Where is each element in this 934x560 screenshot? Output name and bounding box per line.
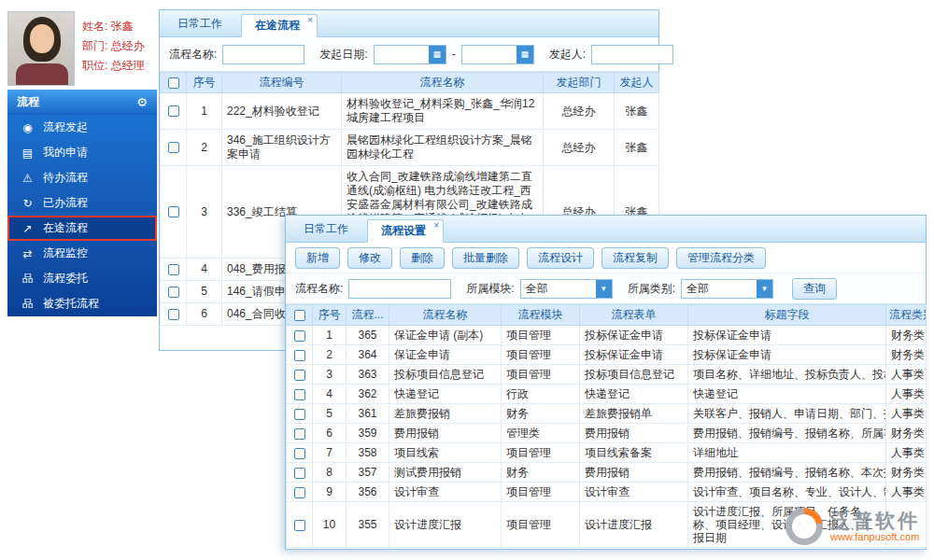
cell-module: 行政 bbox=[502, 385, 580, 404]
row-checkbox-cell bbox=[287, 502, 313, 548]
add-button[interactable]: 新增 bbox=[295, 247, 340, 269]
cell-name: 材料验收登记_材料采购_张鑫_华润12城房建工程项目 bbox=[342, 93, 544, 130]
table-row[interactable]: 2364保证金申请项目管理投标保证金申请投标保证金申请财务类 bbox=[287, 345, 927, 365]
row-checkbox[interactable] bbox=[168, 206, 179, 217]
column-header: 标题字段 bbox=[688, 305, 886, 326]
cell-module: 项目管理 bbox=[502, 345, 580, 365]
sidebar-item-delegated-flows[interactable]: 品被委托流程 bbox=[7, 291, 157, 316]
row-checkbox[interactable] bbox=[168, 287, 179, 298]
query-button[interactable]: 查询 bbox=[792, 278, 837, 300]
cell-category: 人事类 bbox=[886, 483, 927, 502]
cell-code: 359 bbox=[347, 424, 389, 443]
cell-form: 费用报销 bbox=[580, 463, 688, 483]
cell-name: 快递登记 bbox=[389, 385, 502, 404]
flow-design-button[interactable]: 流程设计 bbox=[527, 247, 594, 269]
tab-daily-work[interactable]: 日常工作 bbox=[290, 218, 365, 242]
column-header: 序号 bbox=[313, 305, 347, 326]
flow-copy-button[interactable]: 流程复制 bbox=[601, 247, 669, 269]
table-row[interactable]: 9356设计审查项目管理设计审查设计审查、项目名称、专业、设计人、制单日期人事类 bbox=[287, 483, 927, 502]
row-checkbox-cell bbox=[287, 404, 313, 424]
row-checkbox[interactable] bbox=[294, 487, 305, 498]
calendar-icon[interactable]: ▦ bbox=[517, 46, 533, 63]
cell-name: 设计审查 bbox=[389, 483, 502, 502]
row-checkbox[interactable] bbox=[294, 520, 305, 531]
cell-module: 项目管理 bbox=[502, 326, 580, 345]
close-icon[interactable]: × bbox=[433, 221, 439, 231]
end-date-input[interactable] bbox=[462, 46, 517, 63]
cell-no: 1 bbox=[313, 326, 347, 345]
row-checkbox-cell bbox=[161, 130, 187, 166]
cell-no: 9 bbox=[313, 483, 347, 502]
cell-category: 人事类 bbox=[886, 443, 927, 463]
cell-name: 测试费用报销 bbox=[389, 463, 502, 483]
row-checkbox[interactable] bbox=[294, 428, 305, 440]
table-row[interactable]: 6359费用报销管理类费用报销费用报销、报销编号、报销名称、所属项目财务类 bbox=[287, 424, 927, 443]
row-checkbox[interactable] bbox=[168, 309, 179, 320]
cell-form: 投标保证金申请 bbox=[580, 326, 688, 345]
row-checkbox[interactable] bbox=[168, 142, 179, 153]
category-select[interactable]: 全部 ▼ bbox=[681, 279, 773, 299]
start-date-input[interactable] bbox=[375, 46, 429, 63]
process-name-label: 流程名称: bbox=[295, 281, 343, 297]
fanpu-watermark: 泛普软件 www.fanpusoft.com bbox=[785, 508, 920, 545]
table-row[interactable]: 1365保证金申请 (副本)项目管理投标保证金申请投标保证金申请财务类 bbox=[287, 326, 927, 345]
table-row[interactable]: 4362快递登记行政快递登记快递登记人事类 bbox=[287, 385, 927, 404]
row-checkbox[interactable] bbox=[294, 350, 305, 361]
calendar-icon[interactable]: ▦ bbox=[429, 46, 446, 63]
row-checkbox[interactable] bbox=[294, 370, 305, 381]
cell-code: 363 bbox=[347, 365, 389, 385]
chevron-down-icon[interactable]: ▼ bbox=[757, 280, 772, 298]
cell-module: 项目管理 bbox=[502, 502, 580, 548]
row-checkbox[interactable] bbox=[168, 105, 179, 117]
select-all-checkbox[interactable] bbox=[294, 310, 305, 321]
table-row[interactable]: 5361差旅费报销财务差旅费报销单关联客户、报销人、申请日期、部门、报销合计人事… bbox=[287, 404, 927, 424]
row-checkbox[interactable] bbox=[294, 468, 305, 479]
batch-delete-button[interactable]: 批量删除 bbox=[452, 247, 519, 269]
tab-process-settings[interactable]: 流程设置× bbox=[367, 219, 444, 243]
cell-no: 1 bbox=[187, 93, 222, 130]
cell-category: 人事类 bbox=[886, 365, 927, 385]
row-checkbox[interactable] bbox=[294, 330, 305, 342]
select-all-checkbox[interactable] bbox=[168, 77, 179, 89]
edit-button[interactable]: 修改 bbox=[347, 247, 392, 269]
app-screen: 姓名: 张鑫 部门: 总经办 职位: 总经理 流程 ⚙ ◉流程发起▤我的申请⚠待… bbox=[0, 0, 934, 560]
initiator-input[interactable] bbox=[591, 45, 673, 64]
process-name-input[interactable] bbox=[222, 45, 304, 64]
chevron-down-icon[interactable]: ▼ bbox=[596, 280, 612, 298]
column-header: 发起人 bbox=[615, 73, 659, 93]
tab-daily-work[interactable]: 日常工作 bbox=[164, 13, 239, 36]
sidebar-item-flow-delegate[interactable]: 品流程委托 bbox=[7, 266, 157, 291]
sidebar-item-pending-flows[interactable]: ⚠待办流程 bbox=[7, 165, 157, 190]
sidebar-item-my-applications[interactable]: ▤我的申请 bbox=[7, 140, 157, 165]
sidebar-item-flow-monitor[interactable]: ⇄流程监控 bbox=[7, 241, 157, 266]
sidebar-item-flow-initiate[interactable]: ◉流程发起 bbox=[7, 115, 157, 140]
cell-title_field: 设计审查、项目名称、专业、设计人、制单日期 bbox=[688, 483, 886, 502]
sidebar-item-label: 待办流程 bbox=[43, 170, 88, 186]
close-icon[interactable]: × bbox=[307, 16, 313, 25]
cell-code: 355 bbox=[347, 502, 389, 548]
sidebar-item-in-transit-flows[interactable]: ↗在途流程 bbox=[7, 216, 157, 241]
table-row[interactable]: 2346_施工组织设计方案申请晨铭园林绿化工程组织设计方案_晨铭园林绿化工程总经… bbox=[161, 130, 659, 166]
table-row[interactable]: 1222_材料验收登记材料验收登记_材料采购_张鑫_华润12城房建工程项目总经办… bbox=[161, 93, 659, 130]
module-select[interactable]: 全部 ▼ bbox=[520, 279, 613, 299]
sidebar-item-completed-flows[interactable]: ↻已办流程 bbox=[7, 190, 157, 216]
row-checkbox[interactable] bbox=[168, 264, 179, 275]
cell-module: 项目管理 bbox=[502, 443, 580, 463]
row-checkbox[interactable] bbox=[294, 389, 305, 400]
avatar-torso bbox=[16, 63, 68, 85]
row-checkbox[interactable] bbox=[294, 409, 305, 420]
manage-category-button[interactable]: 管理流程分类 bbox=[676, 247, 766, 269]
cell-name: 费用报销 bbox=[389, 424, 502, 443]
profile-name: 姓名: 张鑫 bbox=[82, 17, 145, 36]
tab-in-transit[interactable]: 在途流程× bbox=[241, 14, 318, 37]
row-checkbox[interactable] bbox=[294, 448, 305, 459]
gear-icon[interactable]: ⚙ bbox=[136, 95, 148, 109]
table-row[interactable]: 8357测试费用报销财务费用报销费用报销、报销编号、报销名称、本次报销金额财务类 bbox=[287, 463, 927, 483]
table-row[interactable]: 3363投标项目信息登记项目管理投标项目信息登记项目名称、详细地址、投标负责人、… bbox=[287, 365, 927, 385]
delete-button[interactable]: 删除 bbox=[400, 247, 445, 269]
process-name-input[interactable] bbox=[348, 279, 451, 299]
select-all-header-cell bbox=[161, 73, 187, 93]
cell-code: 364 bbox=[347, 345, 389, 365]
table-row[interactable]: 7358项目线索项目管理项目线索备案详细地址人事类 bbox=[287, 443, 927, 463]
start-date-field: ▦ bbox=[374, 45, 446, 64]
